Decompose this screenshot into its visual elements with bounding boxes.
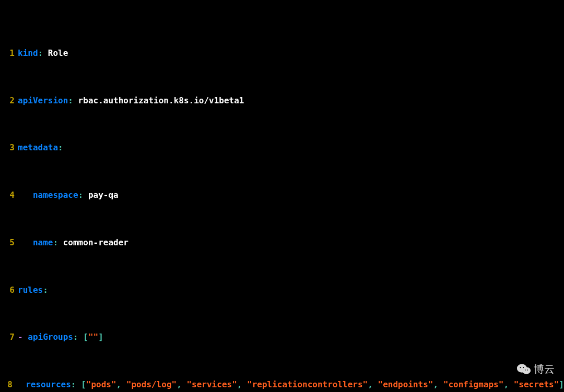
line-number: 6 [0, 284, 18, 296]
code-line: 1 kind: Role [0, 47, 564, 60]
watermark: 博云 [517, 362, 555, 376]
yaml-key: apiGroups [28, 332, 73, 342]
watermark-text: 博云 [534, 362, 555, 376]
code-line: 5 name: common-reader [0, 237, 564, 249]
yaml-value: Role [48, 48, 68, 58]
yaml-string: "endpoints" [378, 379, 433, 389]
line-number: 8 [0, 379, 16, 391]
line-number: 4 [0, 189, 18, 201]
yaml-key: rules [18, 285, 43, 295]
yaml-string: "configmaps" [443, 379, 504, 389]
yaml-key: kind [18, 48, 38, 58]
code-line: 6 rules: [0, 284, 564, 296]
yaml-key: namespace [33, 190, 78, 200]
line-number: 2 [0, 95, 18, 107]
svg-point-6 [520, 367, 521, 368]
yaml-key: name [33, 237, 53, 247]
line-number: 7 [0, 331, 18, 343]
svg-point-9 [527, 370, 528, 371]
line-number: 1 [0, 47, 18, 60]
code-line: 4 namespace: pay-qa [0, 189, 564, 201]
line-number: 3 [0, 142, 18, 154]
yaml-string: "secrets" [514, 379, 559, 389]
code-line: 8 resources: ["pods", "pods/log", "servi… [0, 379, 564, 391]
yaml-value: pay-qa [88, 190, 119, 200]
yaml-value: common-reader [63, 237, 128, 247]
code-line: 7 - apiGroups: [""] [0, 331, 564, 343]
svg-point-8 [525, 370, 526, 371]
svg-point-5 [522, 367, 531, 374]
code-line: 3 metadata: [0, 142, 564, 154]
yaml-string: "services" [186, 379, 237, 389]
yaml-string: "pods" [86, 379, 116, 389]
yaml-value: rbac.authorization.k8s.io/v1beta1 [78, 96, 244, 105]
yaml-string: "" [88, 332, 98, 342]
yaml-string: "pods/log" [126, 379, 177, 389]
wechat-icon [517, 363, 531, 375]
yaml-key: resources [26, 379, 71, 389]
yaml-string: "replicationcontrollers" [247, 379, 368, 389]
line-number: 5 [0, 237, 18, 249]
svg-point-7 [523, 367, 524, 368]
yaml-key: apiVersion [18, 96, 68, 105]
code-editor[interactable]: 1 kind: Role 2 apiVersion: rbac.authoriz… [0, 0, 564, 392]
code-line: 2 apiVersion: rbac.authorization.k8s.io/… [0, 95, 564, 107]
yaml-key: metadata [18, 142, 58, 152]
